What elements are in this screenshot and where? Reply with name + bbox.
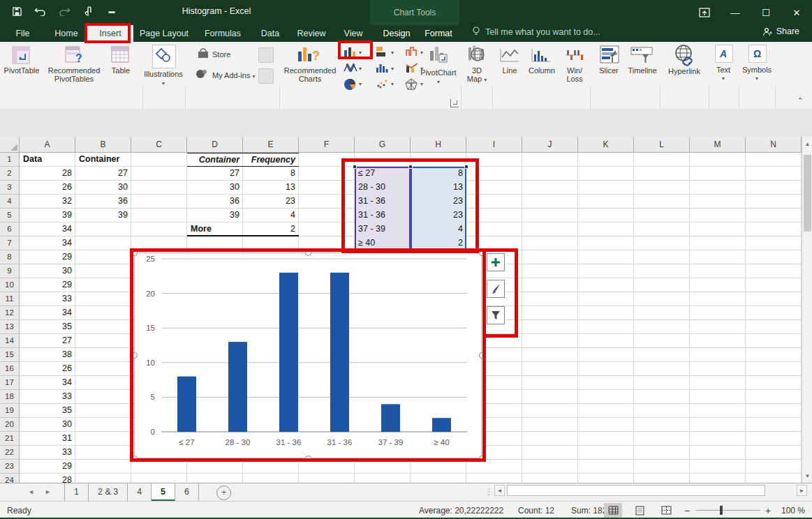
timeline-icon[interactable]	[630, 45, 654, 64]
hscroll-right-icon[interactable]: ►	[797, 485, 807, 496]
cell-A22[interactable]: 33	[20, 446, 75, 460]
column-header-L[interactable]: L	[634, 137, 690, 153]
histogram-chart[interactable]: 0510152025≤ 2728 - 3031 - 3631 - 3637 - …	[134, 253, 482, 458]
scroll-down-icon[interactable]: ▼	[802, 473, 812, 479]
sparkline-line-button[interactable]: Line	[494, 66, 525, 75]
row-header-19[interactable]: 19	[0, 404, 20, 418]
cell-E4[interactable]: 23	[243, 195, 299, 209]
chart-handle-sw[interactable]	[131, 456, 138, 462]
sheet-tab-5[interactable]: 5	[152, 483, 175, 501]
cell-E3[interactable]: 13	[243, 181, 299, 195]
row-header-9[interactable]: 9	[0, 264, 20, 278]
cell-D1[interactable]: Container	[187, 153, 243, 167]
maximize-icon[interactable]: ☐	[751, 0, 781, 25]
table-button[interactable]: Table	[105, 66, 137, 75]
redo-icon[interactable]	[57, 4, 71, 18]
store-icon[interactable]	[197, 47, 209, 59]
minimize-icon[interactable]: —	[720, 0, 751, 25]
column-header-B[interactable]: B	[75, 137, 131, 153]
insert-waterfall-chart-icon[interactable]	[344, 62, 357, 73]
symbols-button[interactable]: Symbols	[740, 66, 774, 74]
insert-column-chart-icon[interactable]	[344, 46, 357, 57]
sheet-tab-2&3[interactable]: 2 & 3	[89, 483, 128, 501]
cell-H7[interactable]: 2	[411, 236, 466, 250]
save-icon[interactable]	[10, 4, 24, 18]
cell-H6[interactable]: 4	[411, 223, 466, 236]
row-header-11[interactable]: 11	[0, 292, 20, 306]
hyperlink-icon[interactable]	[672, 44, 696, 66]
chart-handle-n[interactable]	[305, 250, 311, 256]
cell-A6[interactable]: 34	[20, 223, 75, 236]
normal-view-button[interactable]	[604, 503, 622, 518]
recommended-charts-button[interactable]: Recommended Charts	[281, 66, 339, 83]
people-graph-addin-icon[interactable]	[258, 68, 274, 84]
column-header-N[interactable]: N	[746, 137, 802, 153]
cell-D4[interactable]: 36	[187, 195, 243, 209]
cell-E1[interactable]: Frequency	[243, 153, 299, 167]
cell-A14[interactable]: 27	[20, 334, 75, 348]
cell-A12[interactable]: 34	[20, 306, 75, 320]
cell-B5[interactable]: 39	[75, 209, 131, 223]
row-header-21[interactable]: 21	[0, 432, 20, 446]
column-header-G[interactable]: G	[355, 137, 411, 153]
chart-bar[interactable]	[432, 418, 451, 432]
customize-qat-icon[interactable]: ▬	[105, 4, 119, 18]
close-icon[interactable]: ✕	[781, 0, 812, 25]
cell-A17[interactable]: 34	[20, 376, 75, 390]
tab-page-layout[interactable]: Page Layout	[134, 25, 194, 42]
sheet-tab-4[interactable]: 4	[128, 483, 152, 501]
cell-B4[interactable]: 36	[75, 195, 131, 209]
row-header-16[interactable]: 16	[0, 362, 20, 376]
hyperlink-button[interactable]: Hyperlink	[662, 67, 707, 75]
row-header-24[interactable]: 24	[0, 474, 20, 483]
cell-H5[interactable]: 23	[411, 209, 466, 223]
pivottable-icon[interactable]	[11, 45, 31, 65]
zoom-level[interactable]: 100 %	[781, 504, 805, 517]
column-header-F[interactable]: F	[299, 137, 355, 153]
row-header-6[interactable]: 6	[0, 223, 20, 236]
cell-A24[interactable]: 28	[20, 474, 75, 483]
row-header-12[interactable]: 12	[0, 306, 20, 320]
chart-elements-button[interactable]	[487, 253, 505, 271]
row-header-13[interactable]: 13	[0, 320, 20, 334]
cell-G7[interactable]: ≥ 40	[355, 236, 411, 250]
chart-handle-s[interactable]	[305, 456, 311, 462]
chart-bar[interactable]	[381, 404, 400, 432]
timeline-button[interactable]: Timeline	[624, 66, 660, 75]
insert-statistic-chart-icon[interactable]	[376, 62, 390, 73]
tab-design[interactable]: Design	[376, 25, 418, 42]
insert-bar-chart-icon[interactable]	[376, 46, 390, 57]
column-header-A[interactable]: A	[20, 137, 75, 153]
tab-formulas[interactable]: Formulas	[195, 25, 250, 42]
row-header-7[interactable]: 7	[0, 236, 20, 250]
sparkline-column-icon[interactable]	[531, 47, 552, 63]
symbols-icon[interactable]: Ω	[748, 45, 767, 63]
store-button[interactable]: Store	[212, 50, 230, 59]
cell-A2[interactable]: 28	[20, 167, 75, 181]
recommended-pivottables-icon[interactable]: ?	[64, 45, 85, 65]
row-header-3[interactable]: 3	[0, 181, 20, 195]
cell-E5[interactable]: 4	[243, 209, 299, 223]
share-button[interactable]: Share	[762, 27, 799, 36]
page-layout-view-button[interactable]	[630, 503, 649, 518]
select-all-corner[interactable]	[0, 137, 20, 153]
tell-me-box[interactable]: Tell me what you want to do...	[472, 27, 600, 37]
recommended-charts-icon[interactable]: ?	[297, 45, 319, 64]
insert-combo-chart-icon[interactable]	[405, 62, 419, 73]
range-fill-handle[interactable]	[464, 165, 468, 169]
cell-A19[interactable]: 35	[20, 404, 75, 418]
cell-A1[interactable]: Data	[20, 153, 75, 167]
tab-view[interactable]: View	[335, 25, 371, 42]
hscroll-left-icon[interactable]: ◄	[494, 485, 505, 496]
chart-handle-e[interactable]	[479, 352, 485, 359]
horizontal-scroll-thumb[interactable]	[507, 485, 765, 496]
zoom-in-icon[interactable]: +	[765, 504, 771, 517]
slicer-button[interactable]: Slicer	[593, 66, 624, 75]
column-header-E[interactable]: E	[243, 137, 299, 153]
cell-A20[interactable]: 30	[20, 418, 75, 432]
chart-filters-button[interactable]	[487, 306, 505, 324]
cell-B1[interactable]: Container	[75, 153, 131, 167]
cell-H4[interactable]: 23	[411, 195, 466, 209]
sparkline-column-button[interactable]: Column	[525, 66, 559, 75]
touch-mode-icon[interactable]	[81, 4, 95, 18]
